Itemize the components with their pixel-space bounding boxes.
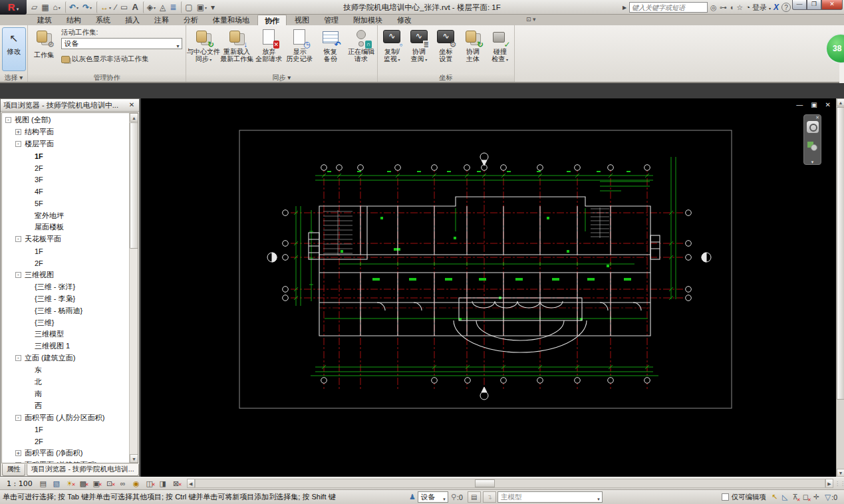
close-button[interactable]: ✕ (821, 0, 843, 10)
undo-button[interactable]: ↶ (65, 1, 80, 13)
close-inactive-button[interactable]: ▢ (181, 1, 194, 13)
scroll-left-icon[interactable]: ◀ (187, 479, 195, 488)
redo-button[interactable]: ↷ (81, 1, 93, 13)
tree-elev-west[interactable]: 西 (2, 400, 129, 412)
active-design-option-selector[interactable]: 主模型▼ (497, 491, 603, 503)
editing-requests-button[interactable]: 正在编辑 请求 (346, 27, 376, 72)
tree-floor-plan-1f[interactable]: 1F (2, 150, 129, 162)
tree-floor-plan-5f[interactable]: 5F (2, 197, 129, 209)
tree-area-1f[interactable]: 1F (2, 424, 129, 436)
scroll-up-icon[interactable]: ▲ (837, 98, 844, 106)
drag-on-selection-icon[interactable]: ✛ (813, 493, 819, 501)
scroll-up-icon[interactable]: ▲ (130, 113, 138, 122)
tree-toggle-icon[interactable]: - (15, 236, 21, 242)
visual-style-icon[interactable]: ▧ (51, 479, 62, 489)
coordination-review-button[interactable]: 协调 查阅 (406, 27, 433, 72)
tag-by-category-button[interactable]: ▭ (119, 1, 129, 13)
exchange-apps-icon[interactable]: X (774, 3, 779, 12)
application-menu-button[interactable]: R▾ (0, 0, 27, 15)
select-panel-label[interactable]: 选择 ▾ (0, 73, 27, 82)
copy-monitor-button[interactable]: 复制/ 监视 (378, 27, 406, 72)
subscription-key-icon[interactable]: ⊶ (720, 3, 727, 12)
tab-manage[interactable]: 管理 (317, 15, 345, 25)
sun-path-icon[interactable]: ☀ (65, 479, 75, 489)
tree-toggle-icon[interactable]: - (15, 355, 21, 361)
temporary-view-properties-icon[interactable]: ◨ (158, 479, 168, 489)
design-options-dialog-button[interactable]: ▤ (468, 491, 481, 503)
properties-tab[interactable]: 属性 (2, 464, 25, 476)
scrollbar-thumb[interactable] (130, 122, 138, 249)
tree-elev-east[interactable]: 东 (2, 364, 129, 376)
tree-3d-views[interactable]: - 三维视图 (2, 269, 129, 281)
checkbox-icon[interactable] (722, 493, 729, 501)
tree-3d-model[interactable]: 三维模型 (2, 328, 129, 340)
browser-scrollbar[interactable]: ▲ ▼ (129, 113, 138, 463)
tree-floor-plan-3f[interactable]: 3F (2, 174, 129, 186)
show-crop-icon[interactable]: ⊡ (104, 479, 115, 489)
tab-structure[interactable]: 结构 (60, 15, 88, 25)
default-3d-view-button[interactable]: ◈ (143, 1, 157, 13)
tree-ceiling-2f[interactable]: 2F (2, 257, 129, 269)
interference-check-button[interactable]: 碰撞 检查 (486, 27, 513, 72)
tree-area-plans-civil[interactable]: - 面积平面 (人防分区面积) (2, 412, 129, 424)
reload-latest-button[interactable]: 重新载入 最新工作集 (220, 27, 253, 72)
active-workset-dropdown[interactable]: 设备▼ (61, 38, 182, 49)
tree-toggle-icon[interactable]: - (15, 415, 21, 421)
temporary-hide-icon[interactable]: ∞ (118, 479, 128, 489)
navbar-more-icon[interactable]: ▼ (804, 160, 821, 164)
project-browser-tab[interactable]: 项目浏览器 - 技师学院机电培训... (27, 464, 139, 476)
select-by-face-icon[interactable]: ◻ (803, 493, 809, 501)
tree-area-2f[interactable]: 2F (2, 436, 129, 447)
tree-floor-plans[interactable]: - 楼层平面 (2, 138, 129, 150)
close-icon[interactable]: ✕ (127, 99, 136, 111)
canvas-horizontal-scrollbar[interactable]: ◀ ▶ (187, 479, 833, 489)
save-button[interactable]: ▦ (40, 1, 50, 13)
shadows-icon[interactable]: ▩ (78, 479, 88, 489)
restore-button[interactable]: ❐ (807, 0, 821, 10)
scrollbar-thumb[interactable] (837, 107, 844, 400)
floor-plan-drawing[interactable] (141, 98, 836, 477)
add-to-set-button[interactable]: ↴ (483, 491, 496, 503)
canvas-vertical-scrollbar[interactable]: ▲ ▼ (836, 98, 844, 477)
tree-toggle-icon[interactable]: + (15, 462, 21, 463)
steering-wheel-icon[interactable] (807, 121, 819, 133)
scroll-down-icon[interactable]: ▼ (837, 469, 844, 477)
tree-toggle-icon[interactable]: - (5, 117, 11, 123)
tree-area-plans-net[interactable]: + 面积平面 (净面积) (2, 447, 129, 459)
view-minimize-button[interactable]: — (796, 100, 803, 110)
text-button[interactable]: A (130, 1, 139, 13)
tab-insert[interactable]: 插入 (118, 15, 146, 25)
coordinates-button[interactable]: 坐标 设置 (432, 27, 460, 72)
relinquish-all-button[interactable]: 放弃 全部请求 (253, 27, 284, 72)
section-button[interactable]: ◬ (158, 1, 167, 13)
favorites-star-icon[interactable]: ☆ (736, 3, 743, 12)
gray-inactive-worksets-toggle[interactable]: 以灰色显示非活动工作集 (61, 55, 149, 64)
analytical-model-icon[interactable]: ⊠ (171, 479, 182, 489)
scroll-down-icon[interactable]: ▼ (130, 454, 138, 463)
tab-view[interactable]: 视图 (288, 15, 316, 25)
scrollbar-track[interactable] (195, 479, 825, 488)
worksharing-display-icon[interactable]: ◫ (144, 479, 155, 489)
resize-grip[interactable]: ⋮⋮ (835, 479, 844, 489)
tab-analyze[interactable]: 分析 (177, 15, 205, 25)
tree-ceiling-plans[interactable]: - 天花板平面 (2, 233, 129, 245)
restore-backup-button[interactable]: 恢复 备份 (315, 27, 346, 72)
tree-toggle-icon[interactable]: + (15, 450, 21, 456)
tree-3d-default[interactable]: {三维} (2, 316, 129, 328)
tree-elev-north[interactable]: 北 (2, 376, 129, 388)
tab-annotate[interactable]: 注释 (148, 15, 176, 25)
show-history-button[interactable]: 显示 历史记录 (284, 27, 315, 72)
editable-only-checkbox[interactable]: 仅可编辑项 (722, 493, 766, 502)
detail-level-icon[interactable]: ▤ (38, 479, 49, 489)
infocenter-expand-icon[interactable]: ▶ (623, 5, 627, 11)
tab-modify[interactable]: 修改 (390, 15, 418, 25)
tree-3d-yangyudi[interactable]: {三维 - 杨雨迪} (2, 305, 129, 316)
reveal-hidden-icon[interactable]: ◉ (131, 479, 142, 489)
select-links-icon[interactable]: ↖ (772, 493, 777, 501)
tab-addins[interactable]: 附加模块 (347, 15, 389, 25)
modify-button[interactable]: ↖ 修改 (2, 27, 26, 71)
view-restore-button[interactable]: ▣ (811, 100, 817, 110)
tree-views-all[interactable]: - 视图 (全部) (2, 114, 129, 126)
tab-architecture[interactable]: 建筑 (31, 15, 59, 25)
view-close-button[interactable]: ✕ (825, 100, 831, 110)
